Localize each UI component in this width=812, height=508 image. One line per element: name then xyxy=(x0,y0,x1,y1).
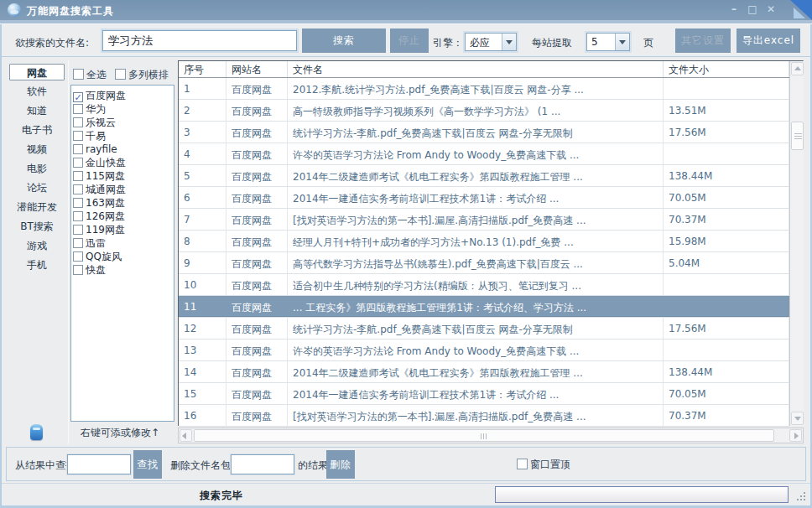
search-button[interactable]: 搜索 xyxy=(302,29,386,53)
delete-contains-input[interactable] xyxy=(231,454,294,474)
site-checkbox-item[interactable]: 迅雷 xyxy=(73,236,172,250)
checkbox-icon[interactable] xyxy=(73,131,83,141)
checkbox-icon[interactable] xyxy=(115,69,126,80)
delete-button[interactable]: 删除 xyxy=(326,450,355,479)
table-row[interactable]: 14百度网盘2014年二级建造师考试《机电工程实务》第四版教程施工管理 ...1… xyxy=(179,361,789,383)
site-checkbox-item[interactable]: 115网盘 xyxy=(73,169,172,183)
checkbox-icon[interactable] xyxy=(73,69,84,80)
sidebar-tab[interactable]: 潜能开发 xyxy=(9,199,65,215)
sidebar-tab[interactable]: 知道 xyxy=(9,102,65,119)
column-header-index[interactable]: 序号 xyxy=(179,61,226,77)
column-header-site[interactable]: 网站名 xyxy=(226,61,288,77)
export-excel-button[interactable]: 导出excel xyxy=(737,29,800,53)
checkbox-icon[interactable] xyxy=(73,117,83,127)
site-checkbox-item[interactable]: 乐视云 xyxy=(73,116,172,129)
site-checkbox-item[interactable]: 金山快盘 xyxy=(73,156,172,169)
table-row[interactable]: 7百度网盘[找对英语学习方法的第一本书].漏屋.高清扫描版.pdf_免费高速 .… xyxy=(179,209,789,231)
row-number: 1 xyxy=(179,78,226,99)
horizontal-scrollbar-thumb[interactable] xyxy=(194,429,774,442)
site-checkbox-item[interactable]: 城通网盘 xyxy=(73,183,172,196)
chevron-down-icon[interactable] xyxy=(502,34,516,50)
table-row[interactable]: 10百度网盘适合初中生几种特别的学习方法(精编版：从预习、笔记到复习 ... xyxy=(179,274,789,296)
checkbox-icon[interactable] xyxy=(73,171,83,181)
checkbox-icon[interactable] xyxy=(73,251,83,262)
close-button-icon[interactable]: ✕ xyxy=(763,3,778,17)
minimize-button-icon[interactable]: – xyxy=(726,3,742,17)
table-row[interactable]: 5百度网盘2014年二级建造师考试《机电工程实务》第四版教程施工管理 ...13… xyxy=(179,165,789,187)
checkbox-icon[interactable] xyxy=(73,238,83,248)
table-row[interactable]: 3百度网盘统计学习方法-李航.pdf_免费高速下载|百度云 网盘-分享无限制17… xyxy=(179,122,789,143)
find-button[interactable]: 查找 xyxy=(133,450,162,479)
column-header-filesize[interactable]: 文件大小 xyxy=(664,61,789,77)
select-all-checkbox[interactable]: 全选 xyxy=(73,68,107,82)
file-name: 统计学习方法-李航.pdf_免费高速下载|百度云 网盘-分享无限制 xyxy=(288,318,664,339)
site-checkbox-item[interactable]: 快盘 xyxy=(73,263,172,277)
table-row[interactable]: 4百度网盘许岑的英语学习方法论 From Andy to Woody_免费高速下… xyxy=(179,143,789,165)
checkbox-icon[interactable] xyxy=(517,459,528,469)
table-row[interactable]: 8百度网盘经理人月刊+特刊+成功者的学习方法+No.13 (1).pdf_免费 … xyxy=(179,231,789,252)
table-row[interactable]: 1百度网盘2012.李航.统计学习方法.pdf_免费高速下载|百度云 网盘-分享… xyxy=(179,78,789,100)
file-size: 70.05M xyxy=(664,383,789,404)
site-label: QQ旋风 xyxy=(86,251,122,262)
vertical-divider xyxy=(68,60,69,444)
file-name: ... 工程实务》第四版教程施工管理第1讲：考试介绍、学习方法 ... xyxy=(288,296,664,317)
checkbox-icon[interactable] xyxy=(73,265,83,275)
sidebar-tab[interactable]: 游戏 xyxy=(9,237,65,254)
site-checkbox-item[interactable]: 华为 xyxy=(73,102,172,116)
sidebar-tab[interactable]: 视频 xyxy=(9,141,65,158)
file-name: 经理人月刊+特刊+成功者的学习方法+No.13 (1).pdf_免费 ... xyxy=(288,231,664,251)
checkbox-icon[interactable] xyxy=(73,198,83,208)
site-name: 百度网盘 xyxy=(226,361,288,382)
table-row[interactable]: 11百度网盘... 工程实务》第四版教程施工管理第1讲：考试介绍、学习方法 ..… xyxy=(179,296,789,318)
checkbox-icon[interactable] xyxy=(73,158,83,168)
table-row[interactable]: 9百度网盘高等代数学习方法指导丛书(姚慕生).pdf_免费高速下载|百度云 ..… xyxy=(179,252,789,274)
file-name: 高等代数学习方法指导丛书(姚慕生).pdf_免费高速下载|百度云 ... xyxy=(288,252,664,273)
engine-select[interactable]: 必应 xyxy=(465,33,517,51)
row-number: 2 xyxy=(179,100,226,121)
find-in-results-input[interactable] xyxy=(67,454,131,474)
multi-column-checkbox[interactable]: 多列横排 xyxy=(115,68,169,82)
checkbox-icon[interactable]: ✓ xyxy=(73,92,83,102)
chevron-down-icon[interactable] xyxy=(615,34,629,50)
site-checkbox-item[interactable]: 126网盘 xyxy=(73,210,172,223)
resize-grip-icon[interactable] xyxy=(795,490,805,500)
horizontal-scrollbar[interactable] xyxy=(178,428,804,443)
table-row[interactable]: 16百度网盘[找对英语学习方法的第一本书].漏屋.高清扫描版.pdf_免费高速 … xyxy=(179,405,789,427)
site-listbox[interactable]: ✓百度网盘华为乐视云千易rayfile金山快盘115网盘城通网盘163网盘126… xyxy=(70,85,174,422)
checkbox-icon[interactable] xyxy=(73,211,83,221)
checkbox-icon[interactable] xyxy=(73,225,83,235)
search-input[interactable] xyxy=(102,30,297,51)
site-checkbox-item[interactable]: rayfile xyxy=(73,143,172,156)
vertical-scrollbar[interactable] xyxy=(789,61,804,426)
sidebar-tab[interactable]: 论坛 xyxy=(9,179,65,196)
window-topmost-checkbox[interactable]: 窗口置顶 xyxy=(517,458,570,472)
checkbox-icon[interactable] xyxy=(73,144,83,154)
vertical-scrollbar-thumb[interactable] xyxy=(791,122,804,150)
sidebar-tab[interactable]: 网盘 xyxy=(9,64,65,80)
scroll-left-button[interactable] xyxy=(180,429,192,442)
site-checkbox-item[interactable]: 119网盘 xyxy=(73,223,172,236)
sidebar-tab[interactable]: 电影 xyxy=(9,160,65,177)
checkbox-icon[interactable] xyxy=(73,184,83,194)
checkbox-icon[interactable] xyxy=(73,104,83,114)
maximize-button-icon[interactable]: □ xyxy=(745,3,760,17)
sidebar-tab[interactable]: 电子书 xyxy=(9,122,65,138)
site-checkbox-item[interactable]: QQ旋风 xyxy=(73,250,172,263)
pages-select[interactable]: 5 xyxy=(586,33,630,51)
column-header-filename[interactable]: 文件名 xyxy=(288,61,664,77)
table-row[interactable]: 6百度网盘2014年一建通信实务考前培训工程技术第1讲：考试介绍 ...70.0… xyxy=(179,187,789,209)
sidebar-tab[interactable]: 软件 xyxy=(9,83,65,100)
sidebar-tab[interactable]: 手机 xyxy=(9,257,65,273)
scroll-right-button[interactable] xyxy=(789,429,802,442)
scroll-down-button[interactable] xyxy=(791,412,804,425)
site-checkbox-item[interactable]: ✓百度网盘 xyxy=(73,89,172,102)
scroll-up-button[interactable] xyxy=(791,62,804,75)
site-checkbox-item[interactable]: 千易 xyxy=(73,129,172,143)
table-row[interactable]: 13百度网盘许岑的英语学习方法论 From Andy to Woody_免费高速… xyxy=(179,340,789,361)
table-row[interactable]: 2百度网盘高一特级教师指导学习视频系列《高一数学学习方法》 (1 ...13.5… xyxy=(179,100,789,122)
table-row[interactable]: 12百度网盘统计学习方法-李航.pdf_免费高速下载|百度云 网盘-分享无限制1… xyxy=(179,318,789,340)
table-row[interactable]: 15百度网盘2014年一建通信实务考前培训工程技术第1讲：考试介绍 ...70.… xyxy=(179,383,789,405)
site-label: 快盘 xyxy=(86,264,106,276)
sidebar-tab[interactable]: BT搜索 xyxy=(9,218,65,235)
site-checkbox-item[interactable]: 163网盘 xyxy=(73,196,172,210)
